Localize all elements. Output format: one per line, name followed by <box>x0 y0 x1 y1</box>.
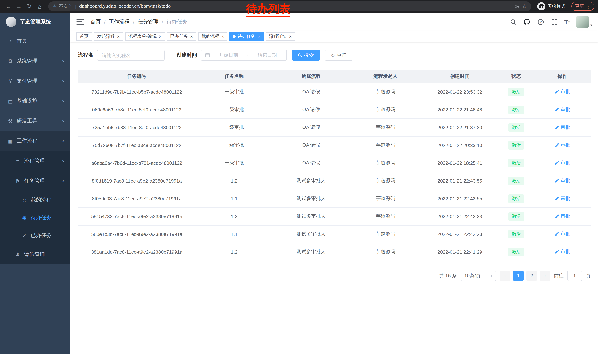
browser-reload-icon[interactable]: ↻ <box>25 1 34 11</box>
process-cell: 测试多审批人 <box>273 243 349 261</box>
sidebar-item-leave-query[interactable]: ♟请假查询 <box>0 244 70 264</box>
goto-page-input[interactable] <box>567 270 582 281</box>
prev-page-button[interactable]: ‹ <box>500 270 510 281</box>
tab-label: 我的流程 <box>201 33 219 40</box>
next-page-button[interactable]: › <box>540 270 550 281</box>
table-row: 069c6a63-7b8a-11ec-8ef0-acde48001122一级审批… <box>78 101 590 119</box>
goto-label: 前往 <box>554 272 564 279</box>
process-name-input[interactable] <box>97 50 165 61</box>
sidebar-item-infrastructure[interactable]: ▤基础设施∨ <box>0 91 70 111</box>
approve-link[interactable]: 审批 <box>555 124 570 131</box>
close-icon[interactable]: × <box>190 34 193 39</box>
pagination: 共 16 条 10条/页 ▾ ‹ 12 › 前往 页 <box>78 270 590 281</box>
end-date-input[interactable]: 结束日期 <box>252 52 283 58</box>
status-badge: 激活 <box>508 105 524 114</box>
start-date-input[interactable]: 开始日期 <box>213 52 244 58</box>
created-time-cell: 2022-01-22 20:33:10 <box>422 136 498 154</box>
tab-label: 发起流程 <box>97 33 115 40</box>
sidebar-item-system[interactable]: ⚙系统管理∨ <box>0 51 70 71</box>
sidebar-item-todo-tasks[interactable]: ◉待办任务 <box>0 209 70 226</box>
sidebar-item-payment[interactable]: ¥支付管理∨ <box>0 71 70 91</box>
sidebar-toggle-icon[interactable] <box>76 18 84 25</box>
close-icon[interactable]: × <box>117 34 120 39</box>
approve-label: 审批 <box>561 195 570 202</box>
tab-form-edit[interactable]: 流程表单-编辑× <box>125 32 165 41</box>
sidebar-item-label: 支付管理 <box>17 78 37 84</box>
not-secure-label: 不安全 <box>59 3 72 9</box>
status-cell: 激活 <box>498 83 534 101</box>
status-cell: 激活 <box>498 243 534 261</box>
breadcrumb-home[interactable]: 首页 <box>91 18 101 25</box>
status-cell: 激活 <box>498 172 534 190</box>
approve-link[interactable]: 审批 <box>555 177 570 184</box>
reset-button[interactable]: ↻ 重置 <box>325 50 352 61</box>
key-icon[interactable] <box>514 4 520 9</box>
goto-suffix-label: 页 <box>586 272 590 279</box>
approve-label: 审批 <box>561 249 570 255</box>
process-cell: OA 请假 <box>273 83 349 101</box>
browser-home-icon[interactable]: ⌂ <box>35 1 44 11</box>
search-icon[interactable] <box>509 18 517 25</box>
sidebar-item-home[interactable]: ◔首页 <box>0 31 70 51</box>
approve-link[interactable]: 审批 <box>555 231 570 237</box>
incognito-profile-chip[interactable]: 无痕模式 <box>537 2 565 10</box>
help-icon[interactable]: ? <box>537 18 544 25</box>
breadcrumb-task-mgmt[interactable]: 任务管理 <box>138 18 158 25</box>
approve-link[interactable]: 审批 <box>555 195 570 202</box>
sidebar-item-my-process[interactable]: ☺我的流程 <box>0 191 70 209</box>
sidebar-item-workflow[interactable]: ▣工作流程∧ <box>0 131 70 151</box>
incognito-label: 无痕模式 <box>548 3 565 9</box>
edit-icon <box>555 90 559 94</box>
approve-link[interactable]: 审批 <box>555 160 570 166</box>
sidebar-item-process-mgmt[interactable]: ≡流程管理∨ <box>0 151 70 171</box>
task-id-cell: 580e1b3d-7ac8-11ec-a9e2-a2380e71991a <box>78 225 196 243</box>
caret-down-icon: ▾ <box>490 274 492 278</box>
starter-cell: 芋道源码 <box>349 172 422 190</box>
tab-create-process[interactable]: 发起流程× <box>94 32 123 41</box>
tab-todo-tasks[interactable]: 待办任务× <box>230 32 264 41</box>
tab-my-process[interactable]: 我的流程× <box>198 32 228 41</box>
close-icon[interactable]: × <box>289 34 292 39</box>
approve-link[interactable]: 审批 <box>555 106 570 113</box>
close-icon[interactable]: × <box>222 34 224 39</box>
reset-button-label: 重置 <box>337 52 346 58</box>
table-row: 725a1eb6-7b88-11ec-8ef0-acde48001122一级审批… <box>78 119 590 136</box>
browser-update-button[interactable]: 更新 ⋮ <box>571 2 594 11</box>
breadcrumb-workflow[interactable]: 工作流程 <box>109 18 130 25</box>
page-button-1[interactable]: 1 <box>513 270 523 281</box>
sidebar-item-done-tasks[interactable]: ✓已办任务 <box>0 226 70 244</box>
sidebar-item-label: 我的流程 <box>31 197 51 203</box>
approve-link[interactable]: 审批 <box>555 89 570 95</box>
logo[interactable]: 芋道管理系统 <box>0 13 70 31</box>
breadcrumb: 首页 / 工作流程 / 任务管理 / 待办任务 <box>91 18 187 25</box>
task-id-cell: 73211d9d-7b9b-11ec-b5b7-acde48001122 <box>78 83 196 101</box>
sidebar-item-task-mgmt[interactable]: ⚑任务管理∧ <box>0 171 70 191</box>
close-icon[interactable]: × <box>258 34 260 39</box>
process-cell: 测试多审批人 <box>273 172 349 190</box>
search-icon <box>298 53 302 57</box>
fullscreen-icon[interactable] <box>551 18 558 25</box>
action-cell: 审批 <box>534 190 590 207</box>
sidebar-item-dev-tools[interactable]: ⚒研发工具∨ <box>0 111 70 131</box>
page-size-select[interactable]: 10条/页 ▾ <box>461 270 496 281</box>
tab-done-tasks[interactable]: 已办任务× <box>167 32 196 41</box>
browser-menu-icon[interactable]: ⋮ <box>586 4 590 9</box>
approve-link[interactable]: 审批 <box>555 249 570 255</box>
approve-link[interactable]: 审批 <box>555 142 570 148</box>
page-button-2[interactable]: 2 <box>526 270 537 281</box>
tab-process-detail[interactable]: 流程详情× <box>266 32 295 41</box>
edit-icon <box>555 196 559 201</box>
github-icon[interactable] <box>523 18 531 25</box>
user-avatar-menu[interactable]: ▾ <box>576 16 592 28</box>
tab-home[interactable]: 首页 <box>76 32 92 41</box>
approve-link[interactable]: 审批 <box>555 213 570 219</box>
date-range-picker[interactable]: 开始日期 - 结束日期 <box>201 50 287 61</box>
table-row: a6aba0a4-7b6d-11ec-b781-acde48001122一级审批… <box>78 154 590 172</box>
close-icon[interactable]: × <box>159 34 162 39</box>
search-button[interactable]: 搜索 <box>292 50 320 61</box>
browser-forward-icon[interactable]: → <box>14 1 24 11</box>
sidebar-item-label: 待办任务 <box>31 214 51 221</box>
browser-back-icon[interactable]: ← <box>4 1 13 11</box>
font-size-icon[interactable]: TT <box>564 18 570 25</box>
bookmark-star-icon[interactable]: ☆ <box>522 3 527 10</box>
